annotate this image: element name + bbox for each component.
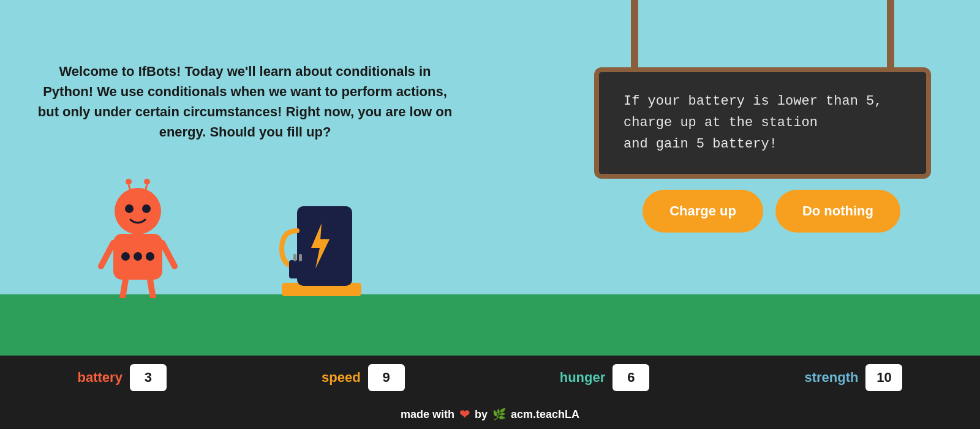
- leaf-icon: 🌿: [492, 408, 506, 421]
- svg-point-5: [125, 204, 134, 213]
- svg-rect-19: [293, 254, 296, 261]
- footer-org: acm.teachLA: [511, 408, 579, 421]
- do-nothing-button[interactable]: Do nothing: [775, 190, 900, 233]
- speed-value: 9: [368, 364, 405, 391]
- robot-svg: [95, 176, 181, 298]
- main-scene: Welcome to IfBots! Today we'll learn abo…: [0, 0, 980, 356]
- svg-line-11: [101, 243, 113, 266]
- speed-stat: speed 9: [322, 364, 405, 391]
- footer: made with ❤ by 🌿 acm.teachLA: [0, 400, 980, 429]
- charger-svg: [257, 176, 380, 298]
- buttons-area: Charge up Do nothing: [643, 190, 900, 233]
- board-strings: [594, 0, 931, 67]
- battery-stat: battery 3: [78, 364, 167, 391]
- svg-point-10: [146, 252, 154, 261]
- board-string-left: [631, 0, 638, 67]
- charger-container: [257, 176, 380, 300]
- svg-point-0: [126, 179, 132, 185]
- hunger-stat: hunger 6: [560, 364, 650, 391]
- strength-label: strength: [804, 370, 858, 386]
- robot-container: [95, 176, 181, 300]
- footer-by: by: [475, 408, 488, 421]
- blackboard-text: If your battery is lower than 5, charge …: [624, 91, 902, 155]
- battery-value: 3: [130, 364, 167, 391]
- battery-label: battery: [78, 370, 123, 386]
- blackboard: If your battery is lower than 5, charge …: [594, 67, 931, 179]
- footer-made-with: made with: [401, 408, 454, 421]
- heart-icon: ❤: [459, 407, 470, 422]
- svg-point-2: [144, 179, 150, 185]
- svg-rect-18: [289, 260, 303, 278]
- svg-line-12: [162, 243, 175, 266]
- board-string-right: [887, 0, 894, 67]
- strength-stat: strength 10: [804, 364, 902, 391]
- svg-point-8: [121, 252, 130, 261]
- intro-text: Welcome to IfBots! Today we'll learn abo…: [37, 61, 453, 142]
- svg-rect-20: [299, 254, 302, 261]
- svg-line-14: [150, 280, 153, 298]
- speed-label: speed: [322, 370, 361, 386]
- blackboard-container: If your battery is lower than 5, charge …: [594, 0, 931, 179]
- svg-point-4: [115, 188, 161, 234]
- ground: [0, 294, 980, 356]
- strength-value: 10: [865, 364, 902, 391]
- svg-line-13: [123, 280, 126, 298]
- svg-point-9: [134, 252, 142, 261]
- hunger-value: 6: [612, 364, 649, 391]
- charge-up-button[interactable]: Charge up: [643, 190, 763, 233]
- hunger-label: hunger: [560, 370, 606, 386]
- svg-point-6: [142, 204, 151, 213]
- stats-bar: battery 3 speed 9 hunger 6 strength 10: [0, 356, 980, 400]
